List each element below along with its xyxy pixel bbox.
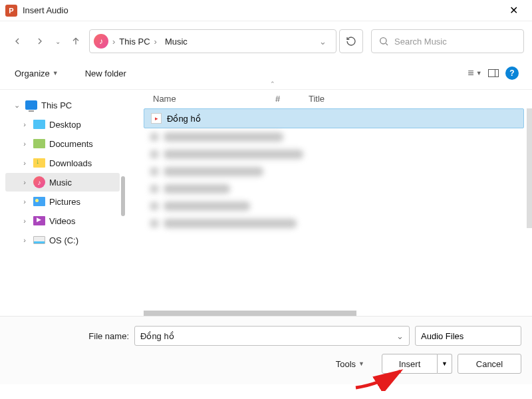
downloads-icon (33, 158, 45, 168)
expand-icon[interactable]: › (20, 236, 29, 244)
insert-dropdown-button[interactable]: ▼ (438, 354, 452, 374)
file-row[interactable] (144, 146, 524, 163)
file-list-area: Name ⌃ # Title Đồng hồ (125, 90, 532, 316)
cancel-button[interactable]: Cancel (458, 354, 521, 374)
new-folder-label: New folder (85, 68, 126, 78)
window-title: Insert Audio (23, 5, 500, 15)
column-name[interactable]: Name (153, 94, 286, 104)
tree-label: This PC (41, 100, 72, 110)
file-scrollbar-horizontal[interactable] (144, 311, 356, 316)
bottom-panel: File name: Đồng hồ ⌄ Audio Files Tools▼ … (0, 316, 532, 384)
organize-menu[interactable]: Organize▼ (11, 66, 63, 81)
tree-downloads[interactable]: ›Downloads (5, 154, 120, 172)
help-button[interactable]: ? (503, 64, 521, 82)
file-row[interactable] (144, 198, 524, 215)
filename-input[interactable]: Đồng hồ ⌄ (134, 326, 410, 346)
navigation-tree: ⌄This PC ›Desktop ›Documents ›Downloads … (0, 90, 125, 316)
search-input[interactable] (394, 37, 517, 47)
expand-icon[interactable]: › (20, 198, 29, 205)
tree-pictures[interactable]: ›Pictures (5, 192, 120, 211)
audio-file-icon (151, 113, 162, 124)
refresh-button[interactable] (339, 29, 363, 53)
breadcrumb-this-pc[interactable]: This PC› (115, 37, 161, 47)
back-button[interactable] (8, 32, 27, 51)
navigation-bar: ⌄ ♪ › This PC› Music ⌄ (0, 21, 532, 60)
insert-label: Insert (399, 359, 421, 369)
documents-icon (33, 139, 45, 148)
search-box[interactable] (371, 29, 524, 53)
tree-label: Downloads (49, 158, 92, 168)
tree-label: OS (C:) (49, 235, 78, 245)
tree-label: Videos (49, 216, 76, 226)
tree-this-pc[interactable]: ⌄This PC (5, 96, 120, 114)
pictures-icon (33, 197, 45, 206)
tools-label: Tools (336, 359, 356, 369)
column-title[interactable]: Title (309, 94, 524, 104)
expand-icon[interactable]: › (20, 217, 29, 225)
title-bar: P Insert Audio ✕ (0, 0, 532, 21)
collapse-icon[interactable]: ⌄ (12, 101, 21, 110)
column-headers: Name ⌃ # Title (125, 90, 532, 108)
filename-label: File name: (11, 331, 129, 341)
sort-ascending-icon: ⌃ (270, 80, 275, 100)
main-area: ⌄This PC ›Desktop ›Documents ›Downloads … (0, 90, 532, 316)
tree-label: Desktop (49, 120, 81, 130)
file-row[interactable] (144, 128, 524, 146)
new-folder-button[interactable]: New folder (81, 66, 130, 81)
view-list-button[interactable]: ≡▼ (466, 64, 484, 82)
music-folder-icon: ♪ (94, 34, 108, 49)
column-label: # (275, 94, 280, 104)
tree-label: Pictures (49, 197, 80, 207)
drive-icon (33, 236, 45, 244)
filename-value: Đồng hồ (140, 331, 174, 341)
toolbar: Organize▼ New folder ≡▼ ? (0, 60, 532, 90)
tree-documents[interactable]: ›Documents (5, 134, 120, 153)
button-row: Tools▼ Insert ▼ Cancel (11, 354, 521, 374)
music-icon: ♪ (33, 176, 45, 188)
tree-music[interactable]: ›♪Music (5, 173, 120, 192)
file-row[interactable] (144, 215, 524, 232)
close-button[interactable]: ✕ (500, 4, 527, 17)
recent-dropdown[interactable]: ⌄ (53, 32, 63, 51)
help-icon: ? (505, 66, 519, 80)
cancel-label: Cancel (476, 359, 503, 369)
tree-videos[interactable]: ›Videos (5, 211, 120, 230)
expand-icon[interactable]: › (20, 178, 29, 186)
file-row-selected[interactable]: Đồng hồ (144, 108, 524, 128)
expand-icon[interactable]: › (20, 140, 29, 148)
desktop-icon (33, 120, 45, 129)
file-row[interactable] (144, 180, 524, 198)
filetype-label: Audio Files (421, 331, 464, 341)
pc-icon (25, 100, 37, 110)
address-bar[interactable]: ♪ › This PC› Music ⌄ (89, 29, 336, 53)
breadcrumb-label: Music (165, 37, 188, 47)
organize-label: Organize (15, 68, 50, 78)
filename-dropdown-icon[interactable]: ⌄ (396, 331, 404, 341)
up-button[interactable] (66, 32, 85, 51)
insert-button[interactable]: Insert (382, 354, 438, 374)
address-dropdown-icon[interactable]: ⌄ (314, 37, 332, 47)
preview-pane-button[interactable] (484, 64, 503, 82)
search-icon (378, 36, 389, 47)
file-scrollbar-vertical[interactable] (527, 108, 532, 228)
tree-label: Documents (49, 139, 93, 149)
expand-icon[interactable]: › (20, 159, 29, 167)
insert-button-group: Insert ▼ (382, 354, 452, 374)
file-name-label: Đồng hồ (167, 114, 201, 124)
breadcrumb-label: This PC (119, 37, 150, 47)
filetype-dropdown[interactable]: Audio Files (415, 326, 521, 346)
column-label: Title (309, 94, 325, 104)
column-track-number[interactable]: # (275, 94, 309, 104)
tree-desktop[interactable]: ›Desktop (5, 115, 120, 134)
forward-button[interactable] (31, 32, 49, 51)
expand-icon[interactable]: › (20, 120, 29, 128)
videos-icon (33, 216, 45, 225)
tree-label: Music (49, 178, 72, 188)
breadcrumb-music[interactable]: Music (161, 37, 192, 47)
svg-point-0 (380, 38, 386, 44)
column-label: Name (153, 94, 176, 104)
file-row[interactable] (144, 163, 524, 180)
file-list: Đồng hồ (125, 108, 532, 316)
tree-os-drive[interactable]: ›OS (C:) (5, 231, 120, 249)
tools-menu[interactable]: Tools▼ (332, 356, 368, 372)
